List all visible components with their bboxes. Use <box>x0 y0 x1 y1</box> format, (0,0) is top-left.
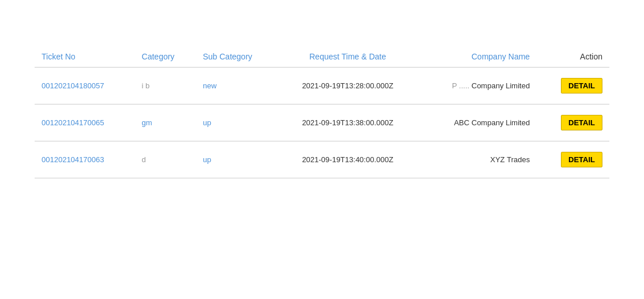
header-request-time-date: Request Time & Date <box>279 46 417 68</box>
company-name-cell: P ..... Company Limited <box>417 68 537 104</box>
detail-button[interactable]: DETAIL <box>561 78 602 94</box>
action-cell: DETAIL <box>537 141 609 178</box>
ticket-no-cell: 001202104180057 <box>35 68 135 104</box>
action-cell: DETAIL <box>537 68 609 104</box>
sub-category-cell: up <box>196 141 279 178</box>
request-time-cell: 2021-09-19T13:28:00.000Z <box>279 68 417 104</box>
category-cell: i b <box>135 68 196 104</box>
table-header-row: Ticket No Category Sub Category Request … <box>35 46 609 68</box>
ticket-no-cell: 001202104170065 <box>35 104 135 141</box>
sub-category-cell: up <box>196 104 279 141</box>
header-category: Category <box>135 46 196 68</box>
table-row: 001202104170065 gm up 2021-09-19T13:38:0… <box>35 104 609 141</box>
table-row: 001202104170063 d up 2021-09-19T13:40:00… <box>35 141 609 178</box>
header-action: Action <box>537 46 609 68</box>
ticket-no-cell: 001202104170063 <box>35 141 135 178</box>
sub-category-cell: new <box>196 68 279 104</box>
company-name-cell: XYZ Trades <box>417 141 537 178</box>
header-company-name: Company Name <box>417 46 537 68</box>
action-cell: DETAIL <box>537 104 609 141</box>
request-time-cell: 2021-09-19T13:40:00.000Z <box>279 141 417 178</box>
company-truncated: P ..... <box>452 81 471 90</box>
main-container: Ticket No Category Sub Category Request … <box>0 0 644 201</box>
header-sub-category: Sub Category <box>196 46 279 68</box>
detail-button[interactable]: DETAIL <box>561 115 602 130</box>
tickets-table: Ticket No Category Sub Category Request … <box>35 46 609 178</box>
header-ticket-no: Ticket No <box>35 46 135 68</box>
company-name-cell: ABC Company Limited <box>417 104 537 141</box>
detail-button[interactable]: DETAIL <box>561 152 602 167</box>
category-value: i b <box>142 81 150 90</box>
request-time-cell: 2021-09-19T13:38:00.000Z <box>279 104 417 141</box>
table-row: 001202104180057 i b new 2021-09-19T13:28… <box>35 68 609 104</box>
category-value: d <box>142 155 146 164</box>
category-cell: gm <box>135 104 196 141</box>
category-cell: d <box>135 141 196 178</box>
company-text: Company Limited <box>471 81 530 90</box>
